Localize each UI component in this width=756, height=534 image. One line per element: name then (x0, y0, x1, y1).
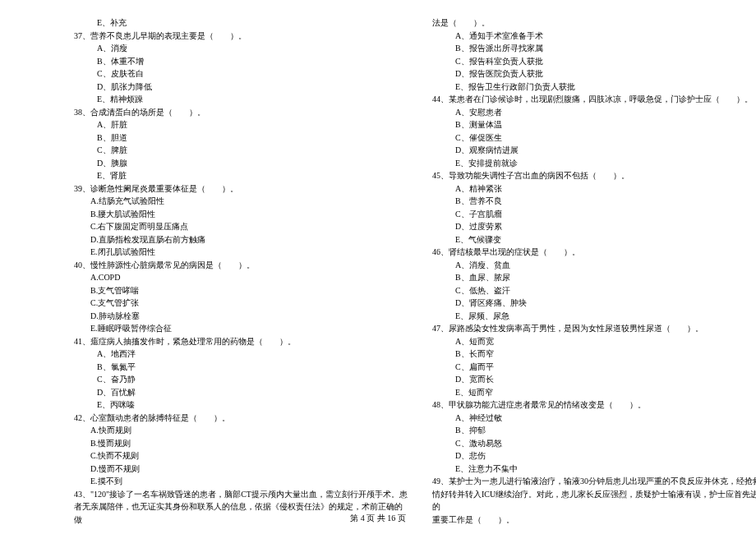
question-line: 41、癔症病人抽搐发作时，紧急处理常用的药物是（ ）。 (74, 335, 408, 348)
question-line: 47、尿路感染女性发病率高于男性，是因为女性尿道较男性尿道（ ）。 (432, 322, 756, 335)
question-line: 43、"120"接诊了一名车祸致昏迷的患者，脑部CT提示颅内大量出血，需立刻行开… (74, 488, 408, 501)
option-line: C、脾脏 (74, 144, 408, 157)
question-line: 48、甲状腺功能亢进症患者最常见的情绪改变是（ ）。 (432, 398, 756, 412)
option-line: C、报告科室负责人获批 (432, 55, 756, 68)
left-column: E、补充37、营养不良患儿早期的表现主要是（ ）。A、消瘦B、体重不增C、皮肤苍… (74, 16, 408, 501)
option-line: B、氯氮平 (74, 361, 408, 374)
option-line: E.睡眠呼吸暂停综合征 (74, 322, 408, 335)
question-line: 44、某患者在门诊候诊时，出现剧烈腹痛，四肢冰凉，呼吸急促，门诊护士应（ ）。 (432, 93, 756, 106)
option-line: A、通知手术室准备手术 (432, 30, 756, 43)
content-columns: E、补充37、营养不良患儿早期的表现主要是（ ）。A、消瘦B、体重不增C、皮肤苍… (74, 16, 707, 501)
option-line: B、血尿、脓尿 (432, 271, 756, 284)
option-line: E、气候骤变 (432, 233, 756, 246)
option-line: C、皮肤苍白 (74, 67, 408, 81)
option-line: B.支气管哮喘 (74, 284, 408, 297)
option-line: C、低热、盗汗 (432, 284, 756, 297)
option-line: E.闭孔肌试验阳性 (74, 246, 408, 259)
option-line: B、抑郁 (432, 424, 756, 437)
option-line: E.摸不到 (74, 475, 408, 488)
question-line: 46、肾结核最早出现的症状是（ ）。 (432, 246, 756, 259)
option-line: C、子宫肌瘤 (432, 208, 756, 221)
option-line: D、胰腺 (74, 157, 408, 170)
option-line: A、地西泮 (74, 348, 408, 361)
option-line: A、肝脏 (74, 118, 408, 131)
option-line: C、激动易怒 (432, 437, 756, 450)
option-line: D.直肠指检发现直肠右前方触痛 (74, 233, 408, 246)
option-line: A.结肠充气试验阳性 (74, 195, 408, 208)
option-line: B、营养不良 (432, 195, 756, 208)
option-line: C.右下腹固定而明显压痛点 (74, 220, 408, 233)
question-line: 38、合成清蛋白的场所是（ ）。 (74, 106, 408, 119)
question-line: 37、营养不良患儿早期的表现主要是（ ）。 (74, 30, 408, 43)
option-line: A、消瘦、贫血 (432, 259, 756, 272)
option-line: E、补充 (74, 16, 408, 30)
question-line: 45、导致功能失调性子宫出血的病因不包括（ ）。 (432, 169, 756, 182)
option-line: C.快而不规则 (74, 449, 408, 463)
option-line: B、报告派出所寻找家属 (432, 42, 756, 55)
option-line: E、精神烦躁 (74, 93, 408, 106)
option-line: C、扁而平 (432, 361, 756, 374)
option-line: E、肾脏 (74, 169, 408, 182)
wrap-line: 情好转并转入ICU继续治疗。对此，患儿家长反应强烈，质疑护士输液有误，护士应首先… (432, 488, 756, 513)
option-line: D、悲伤 (432, 449, 756, 463)
page-footer: 第 4 页 共 16 页 (0, 513, 756, 524)
option-line: A、消瘦 (74, 42, 408, 55)
option-line: D、肌张力降低 (74, 81, 408, 94)
wrap-line: 法是（ ）。 (432, 16, 756, 30)
option-line: C.支气管扩张 (74, 297, 408, 310)
option-line: E、安排提前就诊 (432, 157, 756, 170)
option-line: A.快而规则 (74, 424, 408, 437)
question-line: 42、心室颤动患者的脉搏特征是（ ）。 (74, 412, 408, 425)
option-line: D、过度劳累 (432, 220, 756, 233)
option-line: A.COPD (74, 271, 408, 284)
option-line: B、长而窄 (432, 348, 756, 361)
option-line: A、安慰患者 (432, 106, 756, 119)
option-line: C、催促医生 (432, 131, 756, 145)
option-line: D.慢而不规则 (74, 463, 408, 476)
question-line: 40、慢性肺源性心脏病最常见的病因是（ ）。 (74, 259, 408, 272)
option-line: A、精神紧张 (432, 182, 756, 196)
option-line: B.慢而规则 (74, 437, 408, 450)
option-line: D、百忧解 (74, 386, 408, 399)
question-line: 39、诊断急性阑尾炎最重要体征是（ ）。 (74, 182, 408, 196)
option-line: A、神经过敏 (432, 412, 756, 425)
option-line: E、报告卫生行政部门负责人获批 (432, 81, 756, 94)
option-line: E、尿频、尿急 (432, 310, 756, 323)
question-line: 49、某护士为一患儿进行输液治疗，输液30分钟后患儿出现严重的不良反应并休克，经… (432, 475, 756, 488)
option-line: A、短而宽 (432, 335, 756, 348)
option-line: D、宽而长 (432, 373, 756, 386)
option-line: D.肺动脉栓塞 (74, 310, 408, 323)
right-column: 法是（ ）。A、通知手术室准备手术B、报告派出所寻找家属C、报告科室负责人获批D… (432, 16, 756, 501)
option-line: E、注意力不集中 (432, 463, 756, 476)
option-line: B.腰大肌试验阳性 (74, 208, 408, 221)
option-line: E、短而窄 (432, 386, 756, 399)
option-line: D、观察病情进展 (432, 144, 756, 157)
option-line: D、报告医院负责人获批 (432, 67, 756, 81)
option-line: E、丙咪嗪 (74, 398, 408, 412)
option-line: D、肾区疼痛、肿块 (432, 297, 756, 310)
option-line: C、奋乃静 (74, 373, 408, 386)
option-line: B、胆道 (74, 131, 408, 145)
option-line: B、体重不增 (74, 55, 408, 68)
option-line: B、测量体温 (432, 118, 756, 131)
